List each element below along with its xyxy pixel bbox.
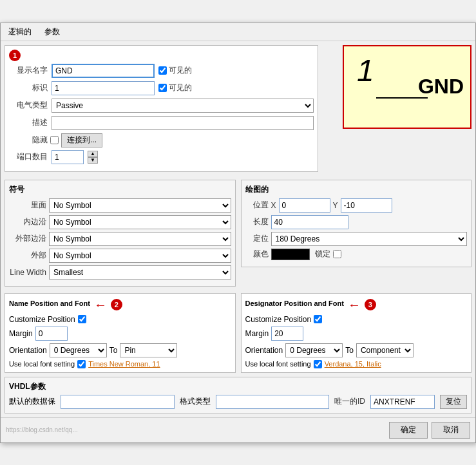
name-orient-row: Orientation 0 Degrees 90 Degrees To Pin …	[9, 343, 231, 357]
drawing-title: 绘图的	[245, 184, 468, 195]
elec-type-row: 电气类型 Passive Input Output	[9, 99, 314, 113]
spin-up[interactable]: ▲	[88, 151, 98, 157]
name-font-row: Use local font setting Times New Roman, …	[9, 360, 231, 368]
port-spinner[interactable]: ▲ ▼	[88, 151, 98, 164]
reset-button[interactable]: 复位	[440, 395, 467, 409]
color-row: 颜色 锁定	[245, 249, 468, 260]
arrow-3: ←	[348, 298, 361, 312]
hidden-label: 隐藏	[9, 135, 48, 146]
vhdl-title: VHDL参数	[9, 381, 467, 392]
des-orient-label: Orientation	[245, 346, 283, 355]
main-content: 1 显示名字 可见的 标识 可见的	[1, 41, 475, 417]
designator-font-panel: Designator Position and Font ← 3 Customi…	[241, 290, 472, 373]
name-font-title: Name Position and Font	[9, 299, 90, 307]
menu-logical[interactable]: 逻辑的	[6, 25, 34, 39]
right-preview-col: 1 GND	[323, 45, 471, 176]
id-row: 标识 可见的	[9, 81, 314, 95]
id-visible-checkbox[interactable]	[158, 84, 167, 92]
lock-label: 锁定	[315, 249, 330, 260]
port-row: 端口数目 ▲ ▼	[9, 150, 314, 164]
draw-orient-row: 定位 180 Degrees 0 Degrees 90 Degrees 270 …	[245, 232, 468, 246]
color-box[interactable]	[271, 249, 310, 260]
designator-font-section: Designator Position and Font ← 3 Customi…	[241, 293, 472, 373]
color-label: 颜色	[245, 249, 269, 260]
outer-select[interactable]: No Symbol	[49, 249, 231, 263]
arrow-2: ←	[94, 298, 107, 312]
port-input[interactable]	[52, 150, 84, 164]
length-input[interactable]	[271, 215, 348, 229]
spin-down[interactable]: ▼	[88, 157, 98, 164]
name-local-font-label: Use local font setting	[9, 360, 75, 368]
des-margin-row: Margin	[245, 327, 468, 341]
preview-line	[376, 97, 428, 99]
id-visible-label: 可见的	[158, 82, 192, 93]
name-local-font-checkbox[interactable]	[77, 360, 86, 368]
basic-section: 1 显示名字 可见的 标识 可见的	[5, 45, 318, 172]
badge-3: 3	[365, 299, 376, 310]
des-font-link[interactable]: Verdana, 15, Italic	[325, 360, 381, 368]
id-input[interactable]	[52, 81, 155, 95]
outer-border-label: 外部边沿	[9, 233, 46, 244]
designator-font-title: Designator Position and Font	[245, 299, 344, 307]
name-customize-checkbox[interactable]	[78, 315, 86, 323]
name-margin-input[interactable]	[35, 327, 68, 341]
length-label: 长度	[245, 216, 269, 227]
inner-border-select[interactable]: No Symbol	[49, 215, 231, 229]
preview-number: 1	[357, 53, 374, 88]
menu-bar: 逻辑的 参数	[1, 23, 475, 41]
vhdl-default-input[interactable]	[61, 395, 175, 409]
connect-button[interactable]: 连接到...	[61, 133, 102, 147]
des-margin-input[interactable]	[271, 327, 303, 341]
name-margin-row: Margin	[9, 327, 231, 341]
uid-input[interactable]	[370, 395, 435, 409]
uid-label: 唯一的ID	[334, 396, 365, 407]
badge-1: 1	[9, 50, 21, 61]
x-input[interactable]	[279, 198, 330, 213]
lock-checkbox[interactable]	[333, 250, 341, 258]
des-customize-checkbox[interactable]	[314, 315, 322, 323]
full-panels: 符号 里面 No Symbol Dot 内边沿 No Symbol	[5, 180, 471, 287]
des-orient-select[interactable]: 0 Degrees 90 Degrees	[285, 343, 343, 357]
hidden-checkbox[interactable]	[50, 136, 59, 144]
elec-type-select[interactable]: Passive Input Output	[52, 99, 314, 113]
des-to-select[interactable]: Component Pin	[356, 343, 414, 357]
inner-row: 里面 No Symbol Dot	[9, 198, 231, 213]
preview-gnd: GND	[418, 75, 464, 99]
draw-orient-select[interactable]: 180 Degrees 0 Degrees 90 Degrees 270 Deg…	[271, 232, 468, 246]
display-name-input[interactable]	[52, 64, 155, 78]
y-input[interactable]	[341, 198, 392, 213]
display-name-label: 显示名字	[9, 65, 48, 76]
desc-input[interactable]	[52, 116, 314, 130]
outer-row: 外部 No Symbol	[9, 249, 231, 263]
des-local-font-label: Use local font setting	[245, 360, 311, 368]
name-orient-select[interactable]: 0 Degrees 90 Degrees	[50, 343, 107, 357]
line-width-select[interactable]: Smallest Small Medium	[49, 265, 231, 280]
vhdl-format-input[interactable]	[216, 395, 330, 409]
outer-border-select[interactable]: No Symbol	[49, 232, 231, 246]
port-label: 端口数目	[9, 151, 48, 162]
name-font-link[interactable]: Times New Roman, 11	[88, 360, 160, 368]
des-margin-label: Margin	[245, 329, 269, 338]
name-font-panel: Name Position and Font ← 2 Customize Pos…	[5, 290, 236, 373]
cancel-button[interactable]: 取消	[432, 422, 470, 439]
display-visible-label: 可见的	[158, 65, 192, 76]
ok-button[interactable]: 确定	[389, 422, 428, 439]
des-local-font-checkbox[interactable]	[314, 360, 322, 368]
menu-params[interactable]: 参数	[42, 25, 62, 39]
name-to-select[interactable]: Pin Component	[120, 343, 177, 357]
id-label: 标识	[9, 82, 48, 93]
name-customize-label: Customize Position	[9, 315, 75, 324]
line-width-row: Line Width Smallest Small Medium	[9, 265, 231, 280]
hidden-row: 隐藏 连接到...	[9, 133, 314, 147]
desc-label: 描述	[9, 117, 48, 128]
pos-label: 位置	[245, 200, 269, 211]
inner-select[interactable]: No Symbol Dot	[49, 198, 231, 213]
bottom-sections: Name Position and Font ← 2 Customize Pos…	[5, 290, 471, 373]
des-customize-label: Customize Position	[245, 315, 312, 324]
outer-label: 外部	[9, 250, 46, 261]
inner-label: 里面	[9, 200, 46, 211]
des-orient-row: Orientation 0 Degrees 90 Degrees To Comp…	[245, 343, 468, 357]
name-orient-label: Orientation	[9, 346, 47, 355]
display-visible-checkbox[interactable]	[158, 66, 167, 75]
symbol-box: 符号 里面 No Symbol Dot 内边沿 No Symbol	[5, 180, 236, 287]
